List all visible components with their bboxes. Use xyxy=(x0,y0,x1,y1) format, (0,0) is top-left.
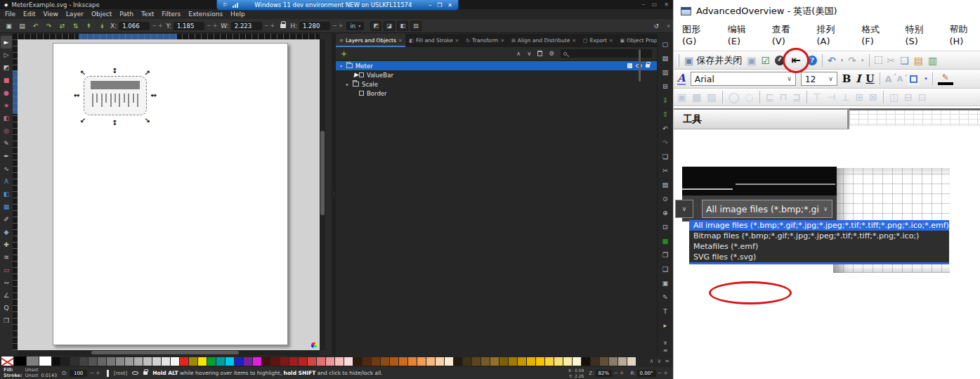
layer-row[interactable]: ValueBar xyxy=(336,70,657,79)
zoom-drawing-icon[interactable]: ⊙ xyxy=(658,191,672,205)
palette-swatch[interactable] xyxy=(253,357,261,366)
palette-swatch[interactable] xyxy=(125,357,133,366)
bold-button[interactable]: B xyxy=(842,72,851,85)
tools-panel-header[interactable]: 工具 xyxy=(674,108,849,129)
save-icon[interactable]: ▣ xyxy=(747,56,756,65)
lock-icon[interactable] xyxy=(646,64,650,68)
align-right-icon[interactable]: ⊒ xyxy=(792,91,801,103)
text-dialog-icon[interactable]: T xyxy=(658,304,672,318)
palette-swatch[interactable] xyxy=(381,357,389,366)
ellipse-icon[interactable]: ◯ xyxy=(729,91,740,103)
palette-swatch[interactable] xyxy=(372,357,380,366)
width-stepper[interactable]: −+ xyxy=(264,23,276,29)
menu-item[interactable]: 编辑(E) xyxy=(728,23,757,46)
rotation-input[interactable]: 0.00° xyxy=(637,370,656,377)
scrollbar-thumb[interactable] xyxy=(91,351,239,354)
ungroup-icon[interactable]: ▩ xyxy=(692,91,701,103)
layer-lock-icon[interactable] xyxy=(143,371,148,375)
side-dropdown[interactable]: ∨ xyxy=(675,200,693,218)
dock-tab[interactable]: ▢ Export ✕ xyxy=(580,34,617,47)
ellipse-tool[interactable]: ● xyxy=(1,86,12,99)
lower-icon[interactable]: ↡ xyxy=(96,20,108,31)
dock-tab[interactable]: ↻ Transform ✕ xyxy=(462,34,508,47)
rotate-ccw-icon[interactable]: ↶ xyxy=(30,20,41,31)
palette-swatch[interactable] xyxy=(61,357,70,366)
pin-icon[interactable]: ⚐ xyxy=(223,1,228,8)
eraser-tool[interactable]: ▭ xyxy=(1,264,12,276)
palette-swatch[interactable] xyxy=(152,357,161,366)
opacity-stepper[interactable]: −+ xyxy=(89,370,101,376)
node-editor-icon[interactable]: ✎ xyxy=(658,290,672,304)
menu-item[interactable]: 查看(V) xyxy=(772,23,802,46)
select-all-icon[interactable]: ▣ xyxy=(3,20,15,31)
zoom-page-icon[interactable]: ⊡ xyxy=(658,219,672,233)
scale-handle-right[interactable]: ↔ xyxy=(151,92,157,99)
palette-swatch[interactable] xyxy=(390,357,398,366)
zoom-tool[interactable]: Q xyxy=(1,302,12,314)
scale-stroke-toggle[interactable]: ◩ xyxy=(370,21,381,31)
node-tool[interactable]: ▷ xyxy=(1,49,12,61)
layer-visibility-icon[interactable] xyxy=(132,371,138,375)
fill-stroke-indicator[interactable]: Fill: Unset Stroke: Unset 0.0143 xyxy=(4,368,57,378)
menu-item[interactable]: 帮助(H) xyxy=(950,23,980,46)
palette-swatch[interactable] xyxy=(235,357,243,366)
height-input[interactable]: 1.280 xyxy=(299,22,330,30)
palette-swatch[interactable] xyxy=(554,357,563,366)
palette-swatch[interactable] xyxy=(162,357,170,366)
horizontal-scrollbar[interactable] xyxy=(18,350,320,355)
opacity-input[interactable]: 100 xyxy=(70,370,87,377)
file-type-select[interactable]: All image files (*.bmp;*.gif;*.jpg ∨ xyxy=(702,200,832,218)
color-wheel-icon[interactable] xyxy=(311,342,317,348)
move-down-icon[interactable]: ∨ xyxy=(527,50,531,57)
bucket-tool[interactable]: ◆ xyxy=(1,226,12,238)
select-icon[interactable] xyxy=(875,56,882,64)
palette-swatch[interactable] xyxy=(627,357,636,366)
palette-swatch[interactable] xyxy=(39,356,51,366)
decrease-font-button[interactable]: A xyxy=(897,75,903,84)
spiral-tool[interactable]: ◎ xyxy=(1,124,12,137)
vm-close-button[interactable]: ✕ xyxy=(447,2,452,8)
validate-icon[interactable]: ☑ xyxy=(761,56,770,65)
import-button[interactable]: ⇤ xyxy=(790,54,802,67)
palette-swatch[interactable] xyxy=(289,357,298,366)
menu-item[interactable]: Path xyxy=(119,11,133,18)
palette-swatch[interactable] xyxy=(573,357,581,366)
cut-icon[interactable]: ✂ xyxy=(658,163,672,177)
paste-icon[interactable]: ▤ xyxy=(658,177,672,191)
close-icon[interactable]: ✕ xyxy=(572,38,575,44)
border-dropdown-icon[interactable]: ▾ xyxy=(925,76,927,82)
arrange-icon[interactable]: ⊡ xyxy=(918,91,927,103)
selector-tool[interactable]: ► xyxy=(1,36,12,49)
palette-swatch[interactable] xyxy=(262,357,270,366)
meter-widget[interactable] xyxy=(84,76,147,115)
palette-swatch[interactable] xyxy=(436,357,444,366)
scale-handle-top-left[interactable]: ↖ xyxy=(80,70,86,77)
palette-swatch[interactable] xyxy=(308,357,316,366)
palette-swatch[interactable] xyxy=(454,357,462,366)
add-layer-button[interactable]: + xyxy=(341,49,347,58)
scale-handle-bottom-left[interactable]: ↙ xyxy=(80,117,86,124)
scale-handle-bottom[interactable]: ↕ xyxy=(112,120,117,127)
align-bottom-icon[interactable]: ⊥ xyxy=(841,91,849,103)
dropdown-option[interactable]: All image files (*.bmp;*.gif;*.jpg;*.jpe… xyxy=(689,220,949,231)
rectangle-tool[interactable]: ■ xyxy=(1,74,12,86)
palette-swatch[interactable] xyxy=(27,356,39,366)
scrollbar-thumb[interactable] xyxy=(320,131,325,215)
palette-swatch[interactable] xyxy=(207,357,216,366)
copy-icon[interactable]: ❏ xyxy=(900,56,909,65)
zoom-selection-icon[interactable]: ⊕ xyxy=(658,205,672,219)
dropper-tool[interactable]: ✐ xyxy=(1,213,12,226)
duplicate-icon[interactable]: ❐ xyxy=(658,248,672,262)
group-icon[interactable]: ▣ xyxy=(677,91,686,103)
palette-swatch[interactable] xyxy=(171,357,179,366)
menu-item[interactable]: 图形(G) xyxy=(682,23,713,46)
raise-icon[interactable]: ↟ xyxy=(83,20,95,31)
selected-object[interactable]: ↕ ↕ ↔ ↔ ↖ ↗ ↙ ↘ xyxy=(73,69,157,125)
palette-swatch[interactable] xyxy=(180,357,188,366)
polygon-icon[interactable]: ◌ xyxy=(745,91,753,103)
palette-swatch[interactable] xyxy=(472,357,481,366)
menu-item[interactable]: Filters xyxy=(162,11,181,18)
palette-swatch[interactable] xyxy=(545,357,554,366)
lock-ratio-icon[interactable] xyxy=(280,24,286,28)
palette-swatch[interactable] xyxy=(399,357,407,366)
